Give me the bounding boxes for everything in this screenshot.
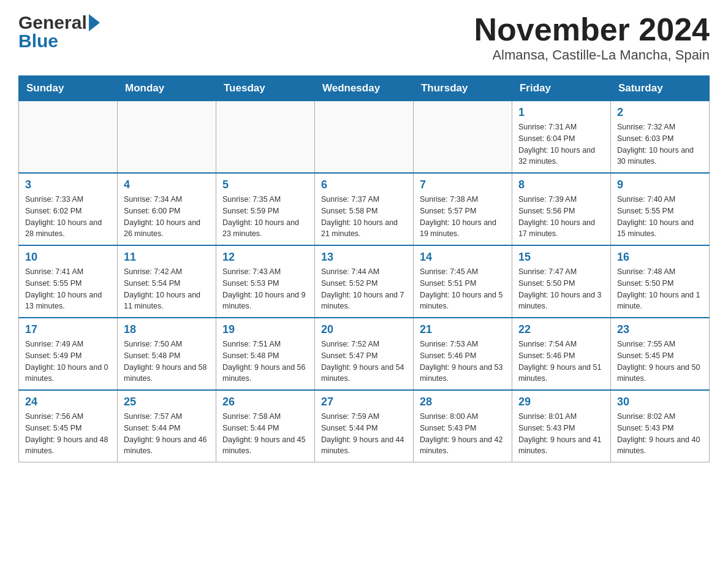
day-info-text: Sunset: 5:46 PM — [518, 350, 604, 362]
day-info-text: Sunrise: 7:45 AM — [420, 266, 506, 278]
calendar-day-cell: 25Sunrise: 7:57 AMSunset: 5:44 PMDayligh… — [117, 390, 216, 462]
weekday-header-thursday: Thursday — [413, 76, 512, 101]
calendar-title: November 2024 — [474, 12, 710, 47]
day-info-text: Sunset: 5:52 PM — [321, 278, 407, 289]
day-info-text: Daylight: 10 hours and 32 minutes. — [518, 145, 604, 168]
day-info-text: Daylight: 10 hours and 1 minute. — [617, 289, 703, 313]
day-number: 19 — [222, 323, 308, 336]
day-info-text: Daylight: 10 hours and 17 minutes. — [518, 217, 604, 240]
day-number: 20 — [321, 323, 407, 336]
day-number: 18 — [124, 323, 210, 336]
day-info-text: Sunset: 5:57 PM — [420, 205, 506, 217]
day-info-text: Daylight: 10 hours and 30 minutes. — [617, 145, 703, 168]
day-info-text: Sunrise: 7:41 AM — [25, 266, 111, 278]
day-info-text: Daylight: 10 hours and 23 minutes. — [222, 217, 308, 240]
day-info-text: Daylight: 9 hours and 45 minutes. — [222, 434, 308, 458]
day-info-text: Sunrise: 7:58 AM — [222, 411, 308, 423]
day-number: 30 — [617, 396, 703, 408]
day-info-text: Sunset: 5:48 PM — [222, 350, 308, 362]
day-info-text: Sunset: 5:59 PM — [222, 205, 308, 217]
calendar-day-cell — [413, 101, 512, 174]
day-info-text: Sunrise: 7:49 AM — [25, 339, 111, 350]
day-info-text: Daylight: 10 hours and 9 minutes. — [222, 289, 308, 313]
day-number: 5 — [222, 178, 308, 191]
calendar-day-cell: 19Sunrise: 7:51 AMSunset: 5:48 PMDayligh… — [216, 318, 314, 390]
day-number: 25 — [124, 396, 210, 408]
day-info-text: Daylight: 9 hours and 42 minutes. — [420, 434, 506, 458]
day-info-text: Sunset: 5:43 PM — [518, 423, 604, 434]
calendar-day-cell — [19, 101, 118, 174]
day-number: 8 — [518, 178, 604, 191]
day-info-text: Daylight: 10 hours and 13 minutes. — [25, 289, 111, 313]
logo: General Blue — [18, 12, 100, 52]
day-info-text: Daylight: 10 hours and 19 minutes. — [420, 217, 506, 240]
day-info-text: Sunrise: 7:44 AM — [321, 266, 407, 278]
day-info-text: Daylight: 10 hours and 5 minutes. — [420, 289, 506, 313]
day-info-text: Daylight: 9 hours and 48 minutes. — [25, 434, 111, 458]
calendar-day-cell: 14Sunrise: 7:45 AMSunset: 5:51 PMDayligh… — [413, 245, 512, 318]
calendar-day-cell: 16Sunrise: 7:48 AMSunset: 5:50 PMDayligh… — [610, 245, 709, 318]
day-info-text: Sunset: 5:48 PM — [124, 350, 210, 362]
day-info-text: Sunrise: 7:31 AM — [518, 121, 604, 133]
day-info-text: Sunrise: 7:39 AM — [518, 194, 604, 205]
day-info-text: Daylight: 10 hours and 28 minutes. — [25, 217, 111, 240]
day-info-text: Sunrise: 7:35 AM — [222, 194, 308, 205]
day-info-text: Sunrise: 7:40 AM — [617, 194, 703, 205]
day-info-text: Sunset: 5:58 PM — [321, 205, 407, 217]
day-info-text: Daylight: 9 hours and 46 minutes. — [124, 434, 210, 458]
day-info-text: Sunset: 5:44 PM — [222, 423, 308, 434]
day-info-text: Sunrise: 7:54 AM — [518, 339, 604, 350]
calendar-day-cell: 1Sunrise: 7:31 AMSunset: 6:04 PMDaylight… — [512, 101, 610, 174]
calendar-week-row: 1Sunrise: 7:31 AMSunset: 6:04 PMDaylight… — [19, 101, 710, 174]
calendar-header-row: SundayMondayTuesdayWednesdayThursdayFrid… — [19, 76, 710, 101]
calendar-day-cell: 18Sunrise: 7:50 AMSunset: 5:48 PMDayligh… — [117, 318, 216, 390]
day-info-text: Sunrise: 7:51 AM — [222, 339, 308, 350]
calendar-day-cell: 21Sunrise: 7:53 AMSunset: 5:46 PMDayligh… — [413, 318, 512, 390]
day-info-text: Daylight: 10 hours and 3 minutes. — [518, 289, 604, 313]
calendar-day-cell: 10Sunrise: 7:41 AMSunset: 5:55 PMDayligh… — [19, 245, 118, 318]
day-info-text: Sunrise: 7:43 AM — [222, 266, 308, 278]
day-info-text: Sunrise: 7:48 AM — [617, 266, 703, 278]
calendar-day-cell: 9Sunrise: 7:40 AMSunset: 5:55 PMDaylight… — [610, 173, 709, 245]
calendar-day-cell — [216, 101, 314, 174]
day-info-text: Sunrise: 7:33 AM — [25, 194, 111, 205]
calendar-subtitle: Almansa, Castille-La Mancha, Spain — [474, 47, 710, 63]
day-info-text: Daylight: 10 hours and 15 minutes. — [617, 217, 703, 240]
day-info-text: Sunset: 5:50 PM — [617, 278, 703, 289]
day-info-text: Daylight: 9 hours and 54 minutes. — [321, 362, 407, 385]
day-info-text: Sunset: 5:43 PM — [617, 423, 703, 434]
day-info-text: Sunset: 5:50 PM — [518, 278, 604, 289]
day-info-text: Sunset: 6:03 PM — [617, 133, 703, 145]
day-number: 24 — [25, 396, 111, 408]
day-info-text: Daylight: 9 hours and 58 minutes. — [124, 362, 210, 385]
calendar-day-cell: 28Sunrise: 8:00 AMSunset: 5:43 PMDayligh… — [413, 390, 512, 462]
day-info-text: Sunset: 6:02 PM — [25, 205, 111, 217]
day-info-text: Daylight: 9 hours and 40 minutes. — [617, 434, 703, 458]
day-info-text: Sunrise: 7:32 AM — [617, 121, 703, 133]
day-number: 29 — [518, 396, 604, 408]
day-info-text: Sunrise: 7:56 AM — [25, 411, 111, 423]
day-info-text: Daylight: 9 hours and 41 minutes. — [518, 434, 604, 458]
calendar-day-cell: 26Sunrise: 7:58 AMSunset: 5:44 PMDayligh… — [216, 390, 314, 462]
day-info-text: Daylight: 9 hours and 56 minutes. — [222, 362, 308, 385]
day-number: 27 — [321, 396, 407, 408]
day-number: 22 — [518, 323, 604, 336]
day-number: 21 — [420, 323, 506, 336]
day-info-text: Sunrise: 7:42 AM — [124, 266, 210, 278]
day-info-text: Sunrise: 8:01 AM — [518, 411, 604, 423]
day-number: 17 — [25, 323, 111, 336]
day-info-text: Sunset: 5:43 PM — [420, 423, 506, 434]
day-info-text: Daylight: 9 hours and 50 minutes. — [617, 362, 703, 385]
page-header: General Blue November 2024 Almansa, Cast… — [18, 12, 710, 63]
day-number: 16 — [617, 251, 703, 264]
day-number: 9 — [617, 178, 703, 191]
day-info-text: Sunrise: 7:55 AM — [617, 339, 703, 350]
day-number: 14 — [420, 251, 506, 264]
day-number: 7 — [420, 178, 506, 191]
weekday-header-tuesday: Tuesday — [216, 76, 314, 101]
day-info-text: Daylight: 9 hours and 44 minutes. — [321, 434, 407, 458]
day-info-text: Sunset: 5:46 PM — [420, 350, 506, 362]
day-number: 23 — [617, 323, 703, 336]
day-info-text: Sunset: 5:55 PM — [25, 278, 111, 289]
day-info-text: Sunrise: 7:52 AM — [321, 339, 407, 350]
